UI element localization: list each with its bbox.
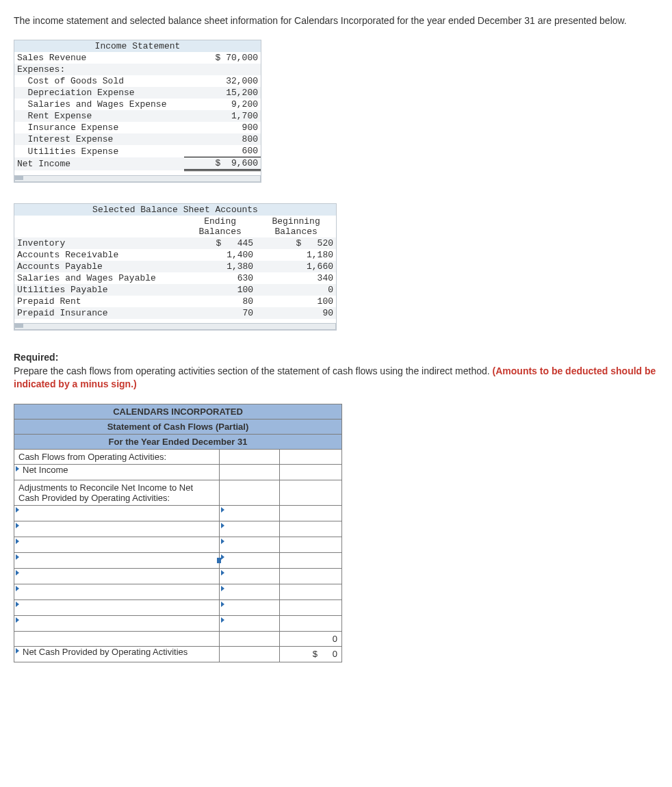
- required-label: Required:: [14, 352, 58, 363]
- net-cash-dropdown[interactable]: Net Cash Provided by Operating Activitie…: [14, 647, 220, 662]
- table-row: Depreciation Expense15,200: [14, 87, 261, 99]
- net-cash-value: $ 0: [280, 647, 342, 662]
- table-row: Sales Revenue$ 70,000: [14, 52, 261, 64]
- adjustments-label: Adjustments to Reconcile Net Income to N…: [14, 480, 220, 506]
- table-row: Salaries and Wages Payable630340: [14, 272, 336, 284]
- income-statement-frame: Income Statement Sales Revenue$ 70,000 E…: [14, 40, 261, 183]
- horizontal-scrollbar[interactable]: [14, 175, 261, 182]
- horizontal-scrollbar[interactable]: [14, 323, 336, 330]
- activities-header: Cash Flows from Operating Activities:: [14, 450, 220, 465]
- adjustment-amount-input[interactable]: [220, 584, 280, 600]
- table-header-row: Ending Balances Beginning Balances: [14, 216, 336, 237]
- table-row: Accounts Payable1,3801,660: [14, 261, 336, 272]
- table-row: Accounts Receivable1,4001,180: [14, 249, 336, 261]
- table-row: Utilities Payable1000: [14, 284, 336, 296]
- adjustment-dropdown[interactable]: [14, 537, 220, 553]
- balance-sheet-title: Selected Balance Sheet Accounts: [14, 204, 336, 216]
- table-row: Insurance Expense900: [14, 122, 261, 133]
- table-row: Salaries and Wages Expense9,200: [14, 99, 261, 110]
- balance-sheet-frame: Selected Balance Sheet Accounts Ending B…: [14, 203, 337, 331]
- income-statement-title: Income Statement: [14, 40, 261, 52]
- adjustment-amount-input[interactable]: [220, 600, 280, 616]
- cashflow-table: CALENDARS INCORPORATED Statement of Cash…: [14, 404, 342, 662]
- adjustment-dropdown[interactable]: [14, 521, 220, 537]
- required-text: Prepare the cash flows from operating ac…: [14, 365, 493, 376]
- table-row: Prepaid Rent80100: [14, 296, 336, 307]
- adjustment-amount-input[interactable]: [220, 616, 280, 632]
- balance-sheet-table: Selected Balance Sheet Accounts Ending B…: [14, 204, 336, 319]
- table-row: Prepaid Insurance7090: [14, 307, 336, 319]
- adjustment-dropdown[interactable]: [14, 553, 220, 569]
- net-income-row: Net Income$ 9,600: [14, 157, 261, 170]
- income-statement-table: Income Statement Sales Revenue$ 70,000 E…: [14, 40, 261, 171]
- adjustment-amount-input[interactable]: [220, 569, 280, 584]
- cashflow-title-1: CALENDARS INCORPORATED: [14, 404, 342, 420]
- table-row: Expenses:: [14, 64, 261, 75]
- adjustment-amount-input[interactable]: [220, 521, 280, 537]
- adjustment-amount-input[interactable]: [220, 506, 280, 521]
- adjustment-amount-input[interactable]: [220, 553, 280, 569]
- adjustment-dropdown[interactable]: [14, 600, 220, 616]
- intro-text: The income statement and selected balanc…: [14, 14, 658, 27]
- adjustment-dropdown[interactable]: [14, 506, 220, 521]
- table-row: Cost of Goods Sold32,000: [14, 75, 261, 87]
- table-row: Inventory$ 445$ 520: [14, 237, 336, 249]
- adjustment-dropdown[interactable]: [14, 584, 220, 600]
- net-income-dropdown[interactable]: Net Income: [14, 465, 220, 480]
- table-row: Rent Expense1,700: [14, 110, 261, 122]
- cashflow-title-2: Statement of Cash Flows (Partial): [14, 420, 342, 435]
- table-row: Utilities Expense600: [14, 145, 261, 157]
- cashflow-title-3: For the Year Ended December 31: [14, 435, 342, 450]
- required-section: Required: Prepare the cash flows from op…: [14, 351, 658, 391]
- table-row: Interest Expense800: [14, 133, 261, 145]
- adjustment-amount-input[interactable]: [220, 537, 280, 553]
- net-income-amount-input[interactable]: [220, 465, 280, 480]
- adjustment-dropdown[interactable]: [14, 569, 220, 584]
- subtotal-value: 0: [280, 632, 342, 647]
- adjustment-dropdown[interactable]: [14, 616, 220, 632]
